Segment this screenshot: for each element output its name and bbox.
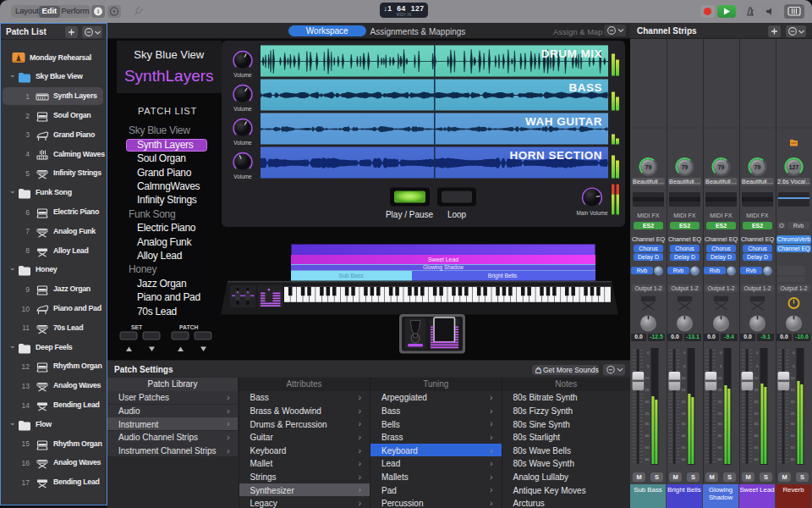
svg-text:0: 0 bbox=[793, 351, 795, 355]
svg-text:50: 50 bbox=[791, 445, 795, 450]
svg-text:60: 60 bbox=[682, 457, 686, 461]
svg-text:25: 25 bbox=[645, 411, 650, 416]
svg-text:Sweet Lead: Sweet Lead bbox=[428, 257, 458, 262]
svg-text:20: 20 bbox=[754, 400, 759, 404]
svg-text:30: 30 bbox=[754, 422, 759, 426]
svg-text:79: 79 bbox=[682, 164, 689, 170]
svg-text:15: 15 bbox=[682, 388, 686, 392]
svg-text:0: 0 bbox=[756, 351, 759, 355]
svg-text:20: 20 bbox=[791, 400, 795, 404]
svg-text:10: 10 bbox=[682, 376, 686, 380]
svg-text:5: 5 bbox=[756, 364, 759, 368]
svg-text:30: 30 bbox=[645, 422, 650, 426]
svg-text:10: 10 bbox=[718, 376, 722, 380]
svg-text:50: 50 bbox=[718, 445, 722, 450]
svg-text:50: 50 bbox=[645, 445, 650, 450]
svg-text:25: 25 bbox=[791, 411, 795, 416]
svg-text:20: 20 bbox=[682, 400, 686, 404]
svg-text:50: 50 bbox=[682, 445, 686, 450]
svg-text:15: 15 bbox=[791, 388, 795, 392]
svg-text:40: 40 bbox=[791, 433, 795, 438]
svg-text:5: 5 bbox=[793, 364, 795, 368]
svg-text:Bright Bells: Bright Bells bbox=[488, 273, 518, 279]
svg-text:40: 40 bbox=[718, 433, 722, 438]
svg-text:15: 15 bbox=[754, 388, 759, 392]
svg-text:i: i bbox=[97, 8, 99, 15]
svg-text:5: 5 bbox=[683, 364, 686, 368]
svg-text:25: 25 bbox=[682, 411, 686, 416]
svg-text:79: 79 bbox=[718, 164, 725, 170]
svg-text:15: 15 bbox=[645, 388, 650, 392]
svg-text:15: 15 bbox=[718, 388, 722, 392]
svg-text:127: 127 bbox=[789, 164, 799, 170]
svg-text:20: 20 bbox=[645, 400, 650, 404]
svg-text:60: 60 bbox=[791, 457, 795, 461]
svg-text:25: 25 bbox=[754, 411, 759, 416]
svg-text:25: 25 bbox=[718, 411, 722, 416]
svg-text:10: 10 bbox=[645, 376, 650, 380]
svg-text:79: 79 bbox=[645, 164, 652, 170]
svg-text:30: 30 bbox=[682, 422, 686, 426]
svg-text:0: 0 bbox=[720, 351, 722, 355]
svg-text:5: 5 bbox=[647, 364, 650, 368]
svg-text:40: 40 bbox=[645, 433, 650, 438]
svg-text:60: 60 bbox=[645, 457, 650, 461]
svg-text:Sub Bass: Sub Bass bbox=[338, 273, 364, 279]
svg-text:5: 5 bbox=[720, 364, 722, 368]
svg-text:10: 10 bbox=[791, 376, 795, 380]
svg-text:60: 60 bbox=[718, 457, 722, 461]
svg-text:Glowing Shadow: Glowing Shadow bbox=[423, 264, 464, 271]
svg-text:30: 30 bbox=[718, 422, 722, 426]
svg-text:40: 40 bbox=[754, 433, 759, 438]
svg-text:30: 30 bbox=[791, 422, 795, 426]
svg-text:20: 20 bbox=[718, 400, 722, 404]
svg-text:0: 0 bbox=[683, 351, 686, 355]
svg-text:10: 10 bbox=[754, 376, 759, 380]
svg-text:60: 60 bbox=[754, 457, 759, 461]
svg-text:40: 40 bbox=[682, 433, 686, 438]
svg-text:79: 79 bbox=[754, 164, 761, 170]
svg-text:50: 50 bbox=[754, 445, 759, 450]
svg-text:0: 0 bbox=[647, 351, 650, 355]
